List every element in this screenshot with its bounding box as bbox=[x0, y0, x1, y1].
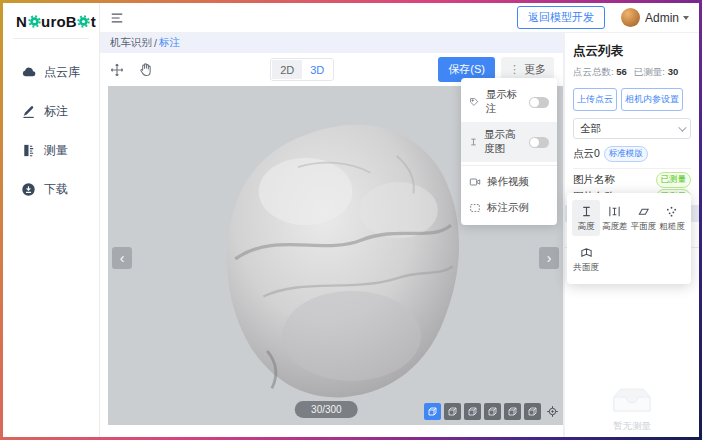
roughness-icon bbox=[665, 205, 678, 218]
sidebar-item-label: 测量 bbox=[44, 142, 68, 159]
view-back-button[interactable] bbox=[464, 403, 481, 420]
user-menu[interactable]: Admin bbox=[645, 11, 689, 25]
empty-box-icon bbox=[609, 384, 655, 418]
download-icon bbox=[21, 182, 36, 197]
body-row: 机车识别 / 标注 2D bbox=[100, 33, 699, 437]
coplanarity-icon bbox=[580, 246, 593, 259]
view-right-button[interactable] bbox=[504, 403, 521, 420]
back-to-model-dev-button[interactable]: 返回模型开发 bbox=[517, 6, 605, 29]
template-badge: 标准模版 bbox=[604, 146, 648, 162]
username-label: Admin bbox=[645, 11, 679, 25]
measured-badge: 已测量 bbox=[656, 172, 692, 188]
workspace-column: 机车识别 / 标注 2D bbox=[100, 33, 563, 437]
view-left-button[interactable] bbox=[484, 403, 501, 420]
panel-stats: 点云总数: 56 已测量: 30 bbox=[573, 66, 691, 79]
hand-drag-icon[interactable] bbox=[138, 62, 153, 77]
view-buttons bbox=[424, 403, 561, 420]
breadcrumb-parent: 机车识别 bbox=[110, 36, 152, 50]
tag-icon bbox=[469, 96, 480, 108]
breadcrumb: 机车识别 / 标注 bbox=[100, 33, 563, 53]
more-label: 更多 bbox=[524, 62, 546, 77]
breadcrumb-separator: / bbox=[154, 37, 157, 49]
breadcrumb-current[interactable]: 标注 bbox=[159, 36, 180, 50]
ruler-icon bbox=[21, 143, 36, 158]
ibeam-icon bbox=[469, 136, 478, 148]
show-annotations-toggle[interactable] bbox=[529, 97, 549, 108]
image-name: 图片名称 bbox=[573, 173, 615, 187]
show-heightmap-toggle[interactable] bbox=[529, 137, 549, 148]
chevron-left-icon: ‹ bbox=[120, 250, 125, 266]
tool-flatness[interactable]: 平面度 bbox=[629, 200, 657, 236]
pan-move-icon[interactable] bbox=[109, 62, 125, 78]
height-diff-icon bbox=[608, 205, 621, 218]
prev-image-button[interactable]: ‹ bbox=[112, 247, 132, 269]
video-icon bbox=[469, 176, 481, 188]
plane-icon bbox=[637, 205, 650, 218]
pointcloud-group-row[interactable]: 点云0 标准模版 bbox=[573, 146, 691, 169]
menu-item-annotation-example[interactable]: 标注示例 bbox=[461, 195, 557, 221]
logo-letter: uro bbox=[41, 13, 66, 30]
sidebar-item-pointcloud-library[interactable]: 点云库 bbox=[3, 53, 99, 92]
top-bar-right: 返回模型开发 Admin bbox=[517, 6, 689, 29]
next-image-button[interactable]: › bbox=[539, 247, 559, 269]
more-dropdown-menu: 显示标注 显示高度图 操作 bbox=[461, 78, 557, 225]
brand-logo: N uro B t bbox=[3, 3, 99, 38]
gear-icon bbox=[28, 15, 41, 28]
main-area: 返回模型开发 Admin 机车识别 / 标注 bbox=[100, 3, 699, 437]
sidebar-nav: 点云库 标注 测量 下载 bbox=[3, 39, 99, 209]
tool-height-diff[interactable]: 高度差 bbox=[601, 200, 629, 236]
menu-item-show-annotations[interactable]: 显示标注 bbox=[461, 82, 557, 122]
avatar[interactable] bbox=[621, 8, 640, 27]
menu-item-label: 显示高度图 bbox=[484, 128, 523, 156]
panel-title: 点云列表 bbox=[573, 43, 691, 60]
upload-pointcloud-button[interactable]: 上传点云 bbox=[573, 88, 617, 111]
sidebar-item-measure[interactable]: 测量 bbox=[3, 131, 99, 170]
camera-params-button[interactable]: 相机内参设置 bbox=[621, 88, 683, 111]
total-stat: 点云总数: 56 bbox=[573, 66, 627, 79]
view-front-button[interactable] bbox=[444, 403, 461, 420]
brand-name: N uro B t bbox=[16, 13, 96, 30]
collapse-sidebar-icon[interactable] bbox=[110, 11, 124, 25]
tools-row: 高度 高度差 平面度 bbox=[572, 200, 686, 236]
logo-letter: N bbox=[16, 13, 27, 30]
tool-roughness[interactable]: 粗糙度 bbox=[658, 200, 686, 236]
chevron-down-icon bbox=[683, 16, 689, 20]
menu-item-show-heightmap[interactable]: 显示高度图 bbox=[461, 122, 557, 162]
sidebar-item-annotate[interactable]: 标注 bbox=[3, 92, 99, 131]
tool-height[interactable]: 高度 bbox=[572, 200, 600, 236]
empty-state: 暂无测量 bbox=[573, 384, 691, 437]
sidebar-item-label: 下载 bbox=[44, 181, 68, 198]
reset-view-button[interactable] bbox=[544, 403, 561, 420]
view-default-button[interactable] bbox=[424, 403, 441, 420]
sidebar-item-label: 点云库 bbox=[44, 64, 80, 81]
divider bbox=[461, 165, 557, 166]
filter-value: 全部 bbox=[580, 122, 601, 136]
dashed-rect-icon bbox=[469, 202, 481, 214]
menu-item-label: 显示标注 bbox=[486, 88, 523, 116]
pointcloud-panel: 点云列表 点云总数: 56 已测量: 30 上传点云 相机内参设置 全部 点云0… bbox=[563, 33, 699, 437]
tools-row: 共面度 bbox=[572, 241, 686, 277]
top-bar: 返回模型开发 Admin bbox=[100, 3, 699, 33]
mode-2d-button[interactable]: 2D bbox=[272, 60, 302, 79]
view-top-button[interactable] bbox=[524, 403, 541, 420]
chevron-down-icon bbox=[678, 123, 686, 131]
image-row[interactable]: 图片名称 已测量 bbox=[573, 171, 691, 188]
sidebar-item-label: 标注 bbox=[44, 103, 68, 120]
menu-item-label: 操作视频 bbox=[487, 175, 529, 189]
dots-vertical-icon: ⋮ bbox=[509, 63, 520, 76]
view-mode-toggle: 2D 3D bbox=[270, 58, 334, 81]
measure-tools-popup: 高度 高度差 平面度 bbox=[567, 193, 691, 284]
sidebar-item-download[interactable]: 下载 bbox=[3, 170, 99, 209]
gear-icon bbox=[77, 15, 90, 28]
menu-item-label: 标注示例 bbox=[487, 201, 529, 215]
window-frame: N uro B t bbox=[0, 0, 702, 440]
filter-select[interactable]: 全部 bbox=[573, 118, 691, 139]
menu-item-tutorial-video[interactable]: 操作视频 bbox=[461, 169, 557, 195]
sidebar: N uro B t bbox=[3, 3, 100, 437]
chevron-right-icon: › bbox=[547, 250, 552, 266]
cloud-icon bbox=[21, 65, 36, 80]
ibeam-icon bbox=[580, 205, 593, 218]
tool-coplanarity[interactable]: 共面度 bbox=[572, 241, 600, 277]
mode-3d-button[interactable]: 3D bbox=[302, 60, 332, 79]
pointcloud-name: 点云0 bbox=[573, 147, 600, 161]
